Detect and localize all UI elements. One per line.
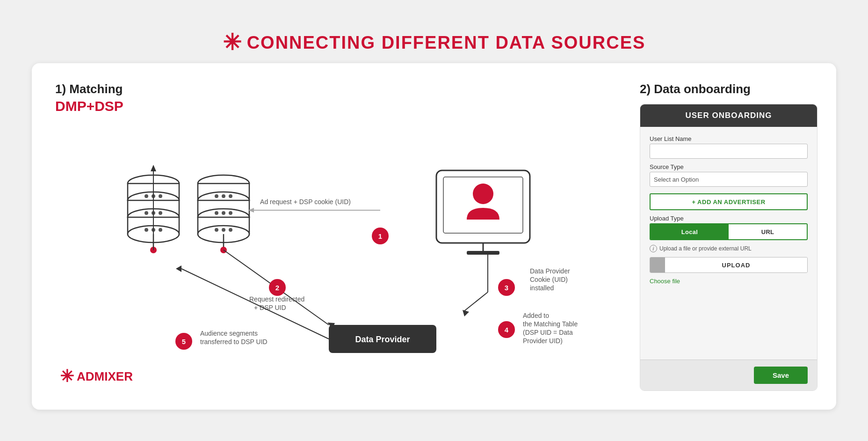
upload-handle [650, 257, 665, 272]
svg-text:Data Provider: Data Provider [530, 267, 570, 275]
svg-marker-48 [463, 310, 469, 316]
left-section: 1) Matching DMP+DSP [55, 82, 621, 391]
svg-text:transferred to DSP UID: transferred to DSP UID [200, 338, 268, 345]
svg-marker-71 [151, 165, 156, 171]
main-card: 1) Matching DMP+DSP [32, 63, 836, 410]
page-title-bar: ✳ CONNECTING DIFFERENT DATA SOURCES [223, 31, 646, 54]
svg-point-10 [145, 211, 148, 215]
source-type-field-group: Source Type Select an Option [650, 163, 808, 187]
admixer-logo: ✳ ADMIXER [60, 367, 133, 386]
upload-info-text: Upload a file or provide external URL [659, 245, 752, 252]
diagram-area: Ad request + DSP cookie (UID) 1 [55, 128, 621, 390]
diagram-svg: Ad request + DSP cookie (UID) 1 [55, 128, 621, 390]
svg-point-29 [222, 211, 225, 215]
svg-point-33 [229, 228, 232, 232]
info-icon: i [650, 245, 657, 252]
svg-text:2: 2 [275, 284, 279, 292]
admixer-asterisk-icon: ✳ [60, 367, 74, 386]
svg-point-43 [473, 184, 493, 204]
svg-text:Audience segments: Audience segments [200, 330, 258, 337]
user-list-name-label: User List Name [650, 135, 808, 142]
svg-point-30 [229, 211, 232, 215]
upload-button[interactable]: UPLOAD [665, 257, 807, 272]
svg-text:Data Provider: Data Provider [355, 335, 410, 344]
page-title: CONNECTING DIFFERENT DATA SOURCES [247, 33, 646, 53]
upload-row: UPLOAD [650, 257, 808, 273]
upload-type-label: Upload Type [650, 215, 808, 222]
svg-point-25 [215, 194, 218, 198]
svg-point-9 [159, 194, 162, 198]
svg-point-26 [222, 194, 225, 198]
right-section: 2) Data onboarding USER ONBOARDING User … [640, 82, 817, 391]
user-list-name-field-group: User List Name [650, 135, 808, 159]
database-2 [198, 175, 249, 253]
svg-text:the Matching Table: the Matching Table [523, 320, 578, 328]
svg-point-27 [229, 194, 232, 198]
svg-text:4: 4 [505, 326, 509, 334]
admixer-text: ADMIXER [77, 369, 133, 384]
upload-local-button[interactable]: Local [651, 224, 729, 239]
svg-line-68 [181, 269, 329, 339]
upload-type-toggle: Local URL [650, 223, 808, 240]
upload-type-field-group: Upload Type Local URL [650, 215, 808, 240]
svg-text:Added to: Added to [523, 312, 549, 319]
svg-text:3: 3 [505, 284, 508, 292]
onboarding-panel: USER ONBOARDING User List Name Source Ty… [640, 104, 817, 391]
svg-text:1: 1 [378, 232, 382, 240]
svg-text:Request redirected: Request redirected [249, 295, 304, 303]
svg-text:+ DSP UID: + DSP UID [254, 304, 286, 311]
svg-point-7 [145, 194, 148, 198]
svg-marker-69 [176, 265, 181, 272]
panel-body: User List Name Source Type Select an Opt… [640, 127, 817, 360]
data-onboarding-label: 2) Data onboarding [640, 82, 817, 96]
svg-point-15 [159, 228, 162, 232]
svg-point-12 [159, 211, 162, 215]
svg-point-13 [145, 228, 148, 232]
svg-rect-45 [467, 251, 499, 255]
panel-footer: Save [640, 360, 817, 390]
dmp-dsp-label: DMP+DSP [55, 98, 621, 114]
svg-point-28 [215, 211, 218, 215]
matching-section-label: 1) Matching [55, 82, 621, 96]
add-advertiser-button[interactable]: + ADD AN ADVERTISER [650, 193, 808, 210]
panel-header: USER ONBOARDING [640, 104, 817, 127]
choose-file-link[interactable]: Choose file [650, 278, 808, 285]
svg-text:(DSP UID = Data: (DSP UID = Data [523, 329, 573, 336]
source-type-label: Source Type [650, 163, 808, 170]
title-asterisk-icon: ✳ [223, 31, 241, 54]
svg-text:Provider UID): Provider UID) [523, 337, 563, 345]
svg-text:5: 5 [182, 338, 186, 345]
svg-point-31 [215, 228, 218, 232]
svg-text:installed: installed [530, 284, 554, 292]
upload-url-button[interactable]: URL [729, 224, 807, 239]
monitor [436, 170, 530, 255]
source-type-select[interactable]: Select an Option [650, 172, 808, 187]
upload-info: i Upload a file or provide external URL [650, 245, 808, 252]
svg-line-47 [464, 292, 488, 311]
svg-text:Cookie (UID): Cookie (UID) [530, 276, 568, 283]
user-list-name-input[interactable] [650, 144, 808, 159]
svg-point-32 [222, 228, 225, 232]
save-button[interactable]: Save [754, 367, 808, 384]
svg-text:Ad request + DSP cookie (UID): Ad request + DSP cookie (UID) [260, 198, 351, 206]
